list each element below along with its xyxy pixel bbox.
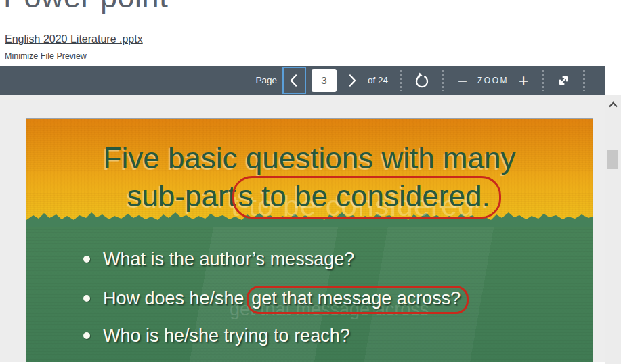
document-preview: t to be considered get that message acro… [0, 95, 605, 362]
page-total-label: of 24 [368, 75, 388, 85]
slide-title-line2: sub-parts to be considered. [26, 177, 593, 215]
slide-title: Five basic questions with many sub-parts… [26, 139, 593, 215]
prev-page-button[interactable] [282, 67, 306, 94]
slide-bullet: Who is he/she trying to reach? [83, 324, 350, 347]
zoom-in-icon: + [519, 72, 529, 89]
zoom-out-button[interactable]: − [456, 70, 469, 91]
toolbar-divider [583, 70, 585, 91]
scroll-up-button[interactable] [605, 98, 621, 110]
page-label: Page [255, 75, 277, 85]
vertical-scrollbar[interactable] [605, 95, 621, 364]
bullet-dot-icon [83, 332, 90, 339]
page-title: Power point [3, 0, 168, 12]
next-page-button[interactable] [343, 67, 361, 94]
slide-bullet: What is the author’s message? [83, 248, 354, 271]
minimize-preview-link[interactable]: Minimize File Preview [5, 51, 87, 61]
toolbar-divider [442, 70, 444, 91]
toolbar-divider [400, 70, 402, 91]
chevron-left-icon [285, 72, 303, 89]
slide-bullet: How does he/she get that message across? [83, 287, 463, 310]
rotate-button[interactable] [413, 72, 431, 89]
slide-title-line1: Five basic questions with many [26, 139, 593, 177]
slide-page: t to be considered get that message acro… [26, 118, 593, 362]
rotate-icon [413, 72, 431, 89]
chevron-up-icon [608, 101, 618, 108]
bullet-dot-icon [83, 256, 90, 263]
page-number-input[interactable] [312, 69, 337, 92]
expand-icon [555, 72, 572, 89]
zoom-out-icon: − [458, 72, 468, 89]
bullet-dot-icon [83, 295, 90, 302]
page: Power point English 2020 Literature .ppt… [0, 0, 621, 364]
fullscreen-button[interactable] [555, 72, 572, 89]
file-link[interactable]: English 2020 Literature .pptx [5, 33, 143, 45]
zoom-label: ZOOM [477, 76, 509, 85]
scrollbar-thumb[interactable] [607, 150, 618, 169]
annotation-oval: s to be considered. [232, 176, 501, 219]
toolbar-divider [542, 70, 544, 91]
preview-toolbar: Page of 24 − ZOOM + [0, 66, 605, 95]
chevron-right-icon [343, 72, 361, 89]
zoom-in-button[interactable]: + [517, 70, 530, 91]
annotation-box: get that message across? [247, 286, 469, 314]
